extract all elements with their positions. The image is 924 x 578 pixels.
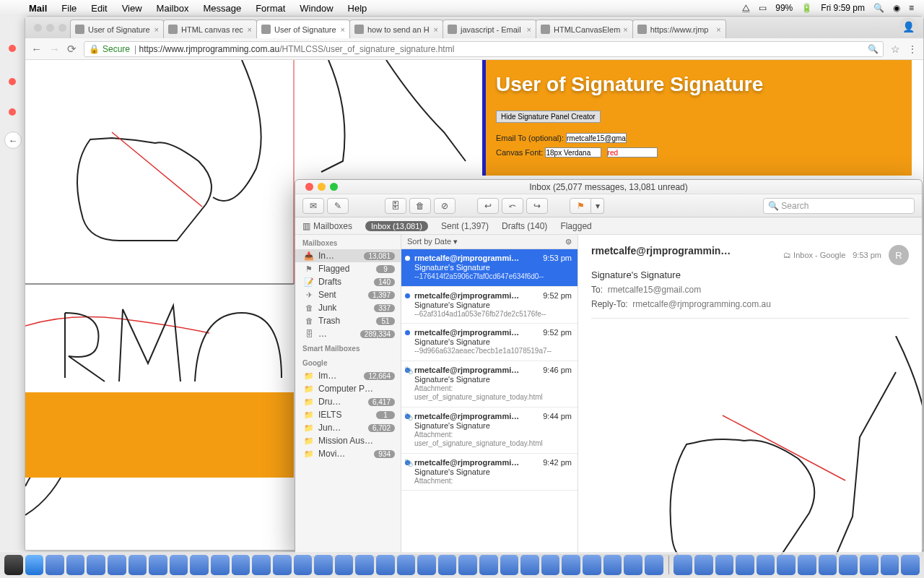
dock-app-icon[interactable] [901,555,920,575]
mail-window-controls[interactable] [301,183,342,191]
close-tab-icon[interactable]: × [620,25,627,34]
canvas-color-input[interactable] [607,147,658,158]
menu-window[interactable]: Window [292,3,340,14]
reply-button[interactable]: ↩ [477,198,499,214]
delete-button[interactable]: 🗑 [409,198,431,214]
menu-view[interactable]: View [115,3,149,14]
close-tab-icon[interactable]: × [152,25,159,34]
battery-icon[interactable]: 🔋 [801,3,812,13]
sidebar-item[interactable]: 📝Drafts140 [295,275,401,288]
dock-app-icon[interactable] [190,555,209,575]
dock-app-icon[interactable] [45,555,64,575]
sort-bar[interactable]: Sort by Date ▾⊜ [401,235,578,249]
sidebar-folder[interactable]: 📁Computer P… [295,382,401,395]
dock-app-icon[interactable] [66,555,85,575]
dock-app-icon[interactable] [128,555,147,575]
dock-app-icon[interactable] [645,555,663,575]
dock-app-icon[interactable] [376,555,395,575]
message-item[interactable]: rmetcalfe@rjmprogrammi…9:52 pmSignature'… [401,287,578,324]
dock-app-icon[interactable] [736,555,754,575]
sidebar-folder[interactable]: 📁Dru…6,417 [295,395,401,408]
dock-app-icon[interactable] [211,555,230,575]
dock-app-icon[interactable] [798,555,816,575]
menu-edit[interactable]: Edit [84,3,114,14]
sidebar-folder[interactable]: 📁IELTS1 [295,408,401,421]
dock[interactable]: document.write(Array.from({length:32},()… [0,552,924,578]
back-button[interactable]: ← [4,131,22,149]
sidebar-folder[interactable]: 📁Im…12,664 [295,369,401,382]
flag-menu-button[interactable]: ▾ [591,198,604,214]
sidebar-folder[interactable]: 📁Jun…6,702 [295,421,401,434]
dock-app-icon[interactable] [715,555,734,575]
browser-tab[interactable]: javascript - Email× [443,20,536,38]
dock-app-icon[interactable] [458,555,477,575]
dock-app-icon[interactable] [757,555,775,575]
dock-app-icon[interactable] [603,555,622,575]
dock-app-icon[interactable] [624,555,642,575]
dock-app-icon[interactable] [860,555,879,575]
mail-titlebar[interactable]: Inbox (25,077 messages, 13,081 unread) [295,180,922,194]
dock-app-icon[interactable] [149,555,167,575]
dock-app-icon[interactable] [252,555,271,575]
close-tab-icon[interactable]: × [713,25,720,34]
notification-center-icon[interactable]: ≡ [909,3,914,13]
close-tab-icon[interactable]: × [245,25,252,34]
window-controls[interactable] [30,24,71,32]
chrome-profile-icon[interactable]: 👤 [899,17,918,36]
dock-app-icon[interactable] [694,555,713,575]
sidebar-item[interactable]: 🗑Trash51 [295,314,401,327]
browser-tab[interactable]: User of Signature× [256,20,350,38]
forward-icon[interactable]: → [49,43,60,55]
dock-app-icon[interactable] [232,555,250,575]
dock-app-icon[interactable] [87,555,105,575]
zoom-icon[interactable]: 🔍 [868,44,879,54]
email-to-input[interactable] [566,133,627,143]
filter-icon[interactable]: ⊜ [565,237,572,246]
dock-app-icon[interactable] [839,555,858,575]
clock[interactable]: Fri 9:59 pm [821,3,865,13]
dock-app-icon[interactable] [294,555,313,575]
sidebar-folder[interactable]: 📁Movi…934 [295,447,401,460]
back-icon[interactable]: ← [31,43,42,55]
dock-app-icon[interactable] [583,555,601,575]
browser-tab[interactable]: https://www.rjmp× [632,20,726,38]
flag-button[interactable]: ⚑ [570,198,591,214]
browser-tab[interactable]: User of Signature× [70,20,164,38]
dock-app-icon[interactable] [314,555,333,575]
close-tab-icon[interactable]: × [524,25,531,34]
fav-drafts[interactable]: Drafts (140) [502,221,547,231]
sidebar-item[interactable]: ✈Sent1,397 [295,288,401,301]
menu-format[interactable]: Format [248,3,292,14]
mail-search-input[interactable]: 🔍 Search [763,198,915,214]
wifi-icon[interactable]: ⧋ [742,3,750,13]
dock-app-icon[interactable] [479,555,498,575]
display-icon[interactable]: ▭ [759,3,767,13]
browser-tab[interactable]: how to send an H× [349,20,443,38]
sidebar-item[interactable]: 📥In…13,081 [295,249,401,262]
close-tab-icon[interactable]: × [338,25,345,34]
dock-app-icon[interactable] [520,555,539,575]
dock-app-icon[interactable] [541,555,560,575]
app-name[interactable]: Mail [22,3,54,14]
browser-tab[interactable]: HTML canvas rec× [163,20,257,38]
fav-flagged[interactable]: Flagged [560,221,591,231]
sidebar-item[interactable]: 🗑Junk337 [295,301,401,314]
dock-app-icon[interactable] [25,555,44,575]
browser-tab[interactable]: HTMLCanvasElem× [536,20,633,38]
close-tab-icon[interactable]: × [431,25,438,34]
message-item[interactable]: 📎rmetcalfe@rjmprogrammi…9:42 pmSignature… [401,454,578,491]
compose-button[interactable]: ✎ [327,198,349,214]
forward-button[interactable]: ↪ [526,198,548,214]
fav-inbox[interactable]: Inbox (13,081) [365,221,428,231]
dock-app-icon[interactable] [335,555,354,575]
dock-app-icon[interactable] [777,555,796,575]
message-item[interactable]: rmetcalfe@rjmprogrammi…9:52 pmSignature'… [401,324,578,361]
menu-mailbox[interactable]: Mailbox [149,3,196,14]
sidebar-folder[interactable]: 📁Mission Aus… [295,434,401,447]
hide-panel-button[interactable]: Hide Signature Panel Creator [496,111,601,123]
siri-icon[interactable]: ◉ [893,3,900,13]
chrome-menu-icon[interactable]: ⋮ [907,43,918,55]
dock-app-icon[interactable] [819,555,837,575]
menu-message[interactable]: Message [196,3,248,14]
fav-sent[interactable]: Sent (1,397) [441,221,489,231]
